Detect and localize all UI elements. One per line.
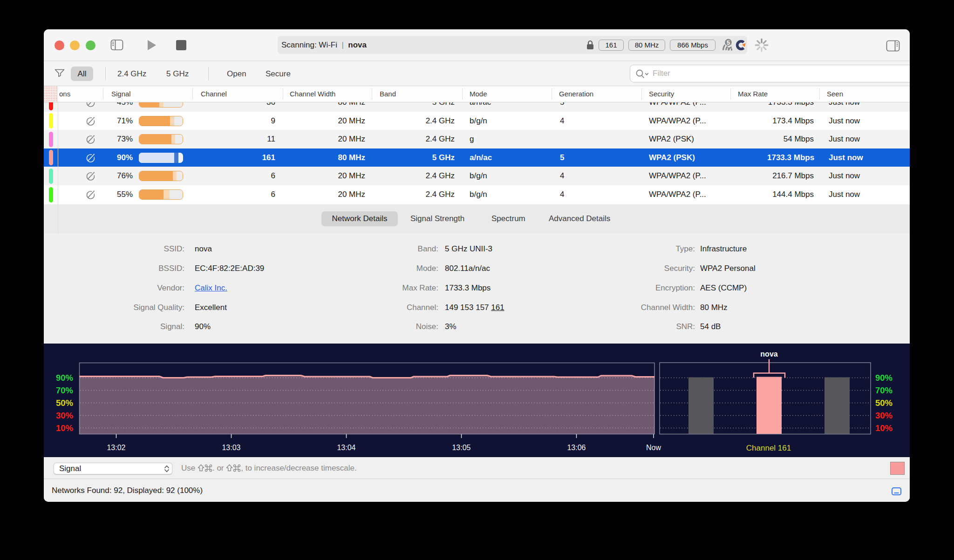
svg-text:13:05: 13:05 [452, 444, 470, 452]
svg-text:nova: nova [760, 350, 777, 358]
svg-text:10%: 10% [875, 423, 893, 433]
svg-text:30%: 30% [56, 411, 73, 420]
svg-text:Now: Now [646, 444, 661, 452]
svg-text:13:06: 13:06 [567, 444, 586, 452]
svg-text:90%: 90% [56, 373, 73, 383]
svg-text:13:03: 13:03 [222, 444, 240, 452]
svg-text:5: 5 [727, 40, 730, 46]
svg-text:50%: 50% [875, 398, 893, 408]
svg-text:30%: 30% [875, 411, 893, 420]
svg-text:70%: 70% [56, 385, 73, 395]
svg-text:10%: 10% [56, 423, 73, 433]
svg-text:70%: 70% [875, 385, 893, 395]
svg-text:13:02: 13:02 [107, 444, 125, 452]
svg-text:50%: 50% [56, 398, 73, 408]
svg-text:90%: 90% [875, 373, 893, 383]
svg-text:Channel 161: Channel 161 [746, 444, 791, 452]
svg-text:13:04: 13:04 [337, 444, 355, 452]
